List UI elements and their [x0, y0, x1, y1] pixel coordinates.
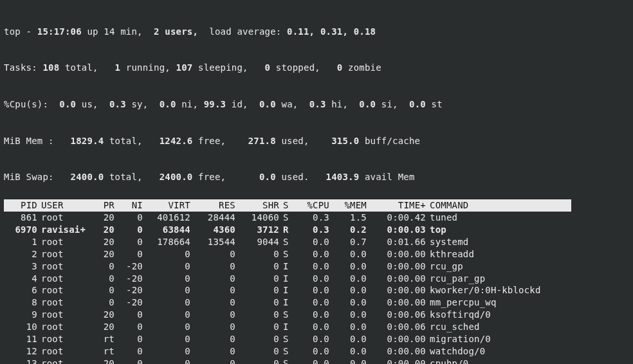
- cell-shr: 0: [239, 321, 283, 333]
- cell-ni: 0: [118, 358, 147, 364]
- cell-shr: 0: [239, 333, 283, 345]
- cell-virt: 0: [147, 273, 194, 285]
- cell-pr: 20: [94, 212, 118, 224]
- cell-cpu: 0.0: [296, 309, 333, 321]
- cell-virt: 401612: [147, 212, 194, 224]
- process-table-header[interactable]: PID USER PR NI VIRT RES SHR S %CPU %MEM …: [4, 199, 629, 212]
- cell-pr: 20: [94, 309, 118, 321]
- cell-ni: 0: [118, 236, 147, 248]
- cell-ni: 0: [118, 309, 147, 321]
- col-shr[interactable]: SHR: [239, 199, 283, 212]
- cell-shr: 0: [239, 309, 283, 321]
- cell-mem: 1.5: [333, 212, 371, 224]
- table-row[interactable]: 1root200178664135449044S0.00.70:01.66sys…: [4, 236, 629, 248]
- table-row[interactable]: 2root200000S0.00.00:00.00kthreadd: [4, 248, 629, 260]
- cell-time: 0:00.00: [371, 260, 430, 273]
- cell-cmd: watchdog/0: [430, 345, 571, 358]
- cell-cmd: cpuhp/0: [430, 358, 571, 364]
- table-row[interactable]: 11rootrt0000S0.00.00:00.00migration/0: [4, 333, 629, 345]
- process-table-body: 861root2004016122844414060S0.31.50:00.42…: [4, 212, 629, 364]
- cell-res: 0: [194, 296, 239, 309]
- cell-user: root: [41, 321, 94, 333]
- table-row[interactable]: 3root0-20000I0.00.00:00.00rcu_gp: [4, 260, 629, 273]
- col-ni[interactable]: NI: [118, 199, 147, 212]
- table-row[interactable]: 12rootrt0000S0.00.00:00.00watchdog/0: [4, 345, 629, 358]
- cell-mem: 0.0: [333, 296, 371, 309]
- cell-virt: 0: [147, 309, 194, 321]
- cell-ni: 0: [118, 345, 147, 358]
- cell-pr: 20: [94, 358, 118, 364]
- top-summary: top - 15:17:06 up 14 min, 2 users, load …: [4, 1, 629, 196]
- cell-time: 0:00.03: [371, 224, 430, 236]
- cell-user: root: [41, 248, 94, 260]
- cell-user: root: [41, 309, 94, 321]
- cell-ni: 0: [118, 321, 147, 333]
- table-row[interactable]: 4root0-20000I0.00.00:00.00rcu_par_gp: [4, 273, 629, 285]
- cell-pid: 9: [4, 309, 41, 321]
- cell-cpu: 0.0: [296, 321, 333, 333]
- cell-ni: 0: [118, 333, 147, 345]
- cell-pr: 20: [94, 321, 118, 333]
- cell-mem: 0.0: [333, 321, 371, 333]
- cell-virt: 0: [147, 333, 194, 345]
- cell-s: S: [283, 333, 296, 345]
- cell-pr: rt: [94, 345, 118, 358]
- summary-line-tasks: Tasks: 108 total, 1 running, 107 sleepin…: [4, 62, 629, 74]
- cell-user: root: [41, 345, 94, 358]
- col-cpu[interactable]: %CPU: [296, 199, 333, 212]
- col-cmd[interactable]: COMMAND: [430, 199, 571, 212]
- cell-time: 0:00.06: [371, 321, 430, 333]
- cell-mem: 0.0: [333, 248, 371, 260]
- cell-pid: 3: [4, 260, 41, 273]
- cell-s: I: [283, 273, 296, 285]
- col-mem[interactable]: %MEM: [333, 199, 371, 212]
- col-pr[interactable]: PR: [94, 199, 118, 212]
- cell-pr: 0: [94, 284, 118, 296]
- cell-res: 0: [194, 248, 239, 260]
- cell-ni: 0: [118, 248, 147, 260]
- cell-virt: 0: [147, 321, 194, 333]
- cell-time: 0:00.00: [371, 358, 430, 364]
- cell-time: 0:01.66: [371, 236, 430, 248]
- table-row[interactable]: 8root0-20000I0.00.00:00.00mm_percpu_wq: [4, 296, 629, 309]
- table-row[interactable]: 9root200000S0.00.00:00.06ksoftirqd/0: [4, 309, 629, 321]
- cell-time: 0:00.00: [371, 345, 430, 358]
- cell-s: S: [283, 248, 296, 260]
- col-res[interactable]: RES: [194, 199, 239, 212]
- cell-pid: 2: [4, 248, 41, 260]
- cell-s: S: [283, 345, 296, 358]
- cell-shr: 0: [239, 260, 283, 273]
- cell-user: root: [41, 333, 94, 345]
- cell-res: 0: [194, 358, 239, 364]
- cell-virt: 178664: [147, 236, 194, 248]
- table-row[interactable]: 10root200000I0.00.00:00.06rcu_sched: [4, 321, 629, 333]
- cell-time: 0:00.00: [371, 333, 430, 345]
- col-pid[interactable]: PID: [4, 199, 41, 212]
- table-row[interactable]: 6root0-20000I0.00.00:00.00kworker/0:0H-k…: [4, 284, 629, 296]
- cell-pid: 1: [4, 236, 41, 248]
- col-s[interactable]: S: [283, 199, 296, 212]
- col-time[interactable]: TIME+: [371, 199, 430, 212]
- cell-user: ravisai+: [41, 224, 94, 236]
- table-row[interactable]: 13root200000S0.00.00:00.00cpuhp/0: [4, 358, 629, 364]
- cell-res: 4360: [194, 224, 239, 236]
- table-row[interactable]: 861root2004016122844414060S0.31.50:00.42…: [4, 212, 629, 224]
- cell-ni: 0: [118, 212, 147, 224]
- cell-pid: 6: [4, 284, 41, 296]
- cell-s: I: [283, 321, 296, 333]
- cell-pr: 20: [94, 236, 118, 248]
- cell-pid: 11: [4, 333, 41, 345]
- cell-pid: 861: [4, 212, 41, 224]
- cell-virt: 0: [147, 260, 194, 273]
- cell-ni: -20: [118, 260, 147, 273]
- summary-line-mem: MiB Mem : 1829.4 total, 1242.6 free, 271…: [4, 135, 629, 147]
- col-user[interactable]: USER: [41, 199, 94, 212]
- cell-time: 0:00.00: [371, 296, 430, 309]
- table-row[interactable]: 6970ravisai+2006384443603712R0.30.20:00.…: [4, 224, 629, 236]
- cell-res: 0: [194, 345, 239, 358]
- cell-shr: 0: [239, 273, 283, 285]
- col-virt[interactable]: VIRT: [147, 199, 194, 212]
- cell-s: I: [283, 284, 296, 296]
- cell-s: I: [283, 296, 296, 309]
- cell-ni: -20: [118, 284, 147, 296]
